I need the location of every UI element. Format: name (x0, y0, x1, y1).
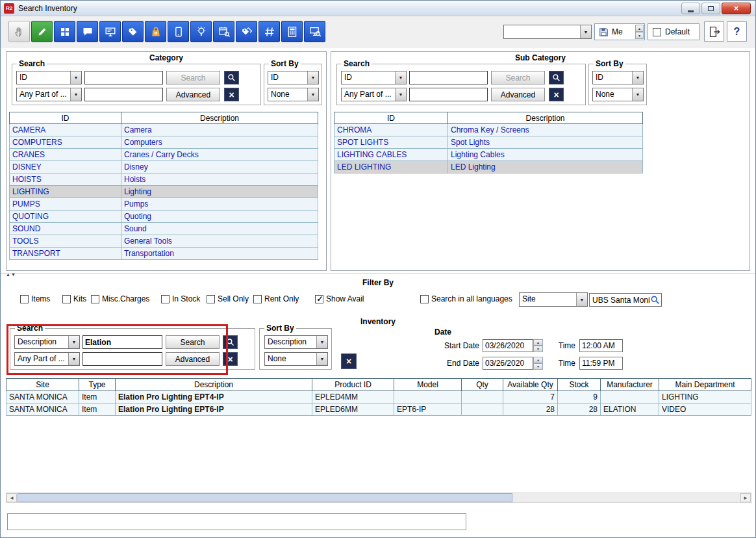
column-header[interactable]: Stock (558, 379, 601, 391)
status-input[interactable] (7, 513, 466, 530)
category-sort-secondary[interactable]: None▼ (268, 88, 319, 101)
subcategory-match-input[interactable] (409, 88, 488, 101)
checkbox-icon[interactable] (207, 295, 215, 303)
category-advanced-button[interactable]: Advanced (166, 88, 220, 101)
subcategory-search-input[interactable] (409, 71, 488, 84)
inventory-clear-button[interactable]: × (223, 352, 238, 366)
spinner-down-icon[interactable]: ▼ (533, 363, 543, 370)
sales-tags-button[interactable] (236, 21, 257, 42)
table-row-selected[interactable]: LED LIGHTINGLED Lighting (334, 161, 643, 173)
checkbox-icon[interactable] (62, 295, 71, 303)
inventory-reset-button[interactable]: × (341, 353, 357, 369)
checkbox-icon[interactable] (20, 295, 29, 303)
filter-checkbox-show-avail[interactable]: Show Avail (315, 294, 364, 303)
filter-checkbox-kits[interactable]: Kits (62, 294, 86, 303)
column-header[interactable]: ID (334, 112, 448, 124)
checkbox-icon[interactable] (91, 295, 99, 303)
column-header[interactable]: Manufacturer (601, 379, 659, 391)
splitter-arrows-icon[interactable]: ▲▼ (6, 272, 16, 277)
spinner-down-icon[interactable]: ▼ (533, 346, 543, 352)
pencil-button[interactable] (31, 21, 53, 42)
inventory-match-input[interactable] (82, 352, 162, 366)
category-search-input[interactable] (84, 71, 163, 84)
checkbox-icon[interactable] (315, 295, 323, 303)
minimize-button[interactable] (681, 3, 700, 14)
site-value-field[interactable]: UBS Santa Moni (589, 293, 662, 307)
column-header[interactable]: Main Department (659, 379, 751, 391)
start-time-field[interactable] (579, 339, 623, 352)
preset-spinner[interactable]: ▲▼ (635, 25, 644, 39)
horizontal-scrollbar[interactable]: ◄ ► (6, 493, 751, 503)
subcategory-magnifier-button[interactable] (549, 71, 564, 84)
subcategory-sort-primary[interactable]: ID▼ (592, 71, 644, 84)
filter-checkbox-misc-charges[interactable]: Misc.Charges (91, 294, 149, 303)
table-row[interactable]: COMPUTERSComputers (10, 136, 318, 149)
help-button[interactable]: ? (727, 21, 747, 42)
category-field-selector[interactable]: ID▼ (16, 71, 82, 84)
category-match-input[interactable] (84, 88, 163, 101)
spinner-up-icon[interactable]: ▲ (533, 339, 543, 346)
inventory-match-selector[interactable]: Any Part of ...▼ (14, 352, 80, 366)
table-row[interactable]: TRANSPORTTransportation (10, 248, 318, 260)
checkbox-icon[interactable] (420, 295, 429, 303)
table-row[interactable]: TOOLSGeneral Tools (10, 235, 318, 248)
filter-checkbox-rent-only[interactable]: Rent Only (253, 294, 299, 303)
column-header[interactable]: Site (6, 379, 79, 391)
category-match-selector[interactable]: Any Part of ...▼ (16, 88, 82, 101)
shopping-bag-button[interactable] (145, 21, 166, 42)
subcategory-advanced-button[interactable]: Advanced (491, 88, 545, 101)
inventory-magnifier-button[interactable] (223, 335, 238, 349)
table-row[interactable]: DISNEYDisney (10, 161, 318, 173)
category-sort-primary[interactable]: ID▼ (268, 71, 319, 84)
start-date-field[interactable] (483, 339, 533, 352)
tablet-button[interactable] (168, 21, 189, 42)
column-header[interactable]: Product ID (312, 379, 394, 391)
lightbulb-button[interactable] (190, 21, 212, 42)
checkbox-icon[interactable] (253, 295, 262, 303)
end-date-field[interactable] (483, 357, 533, 370)
monitor-search-button[interactable] (304, 21, 325, 42)
site-scope-selector[interactable]: Site▼ (519, 292, 588, 307)
grid-button[interactable] (54, 21, 75, 42)
inventory-search-button[interactable]: Search (166, 335, 220, 349)
table-row[interactable]: CRANESCranes / Carry Decks (10, 149, 318, 161)
checkbox-icon[interactable] (653, 28, 661, 36)
subcategory-search-button[interactable]: Search (491, 71, 545, 84)
titlebar[interactable]: R2 Search Inventory × (1, 1, 755, 16)
column-header[interactable]: Available Qty (503, 379, 558, 391)
end-time-field[interactable] (579, 357, 623, 370)
filter-checkbox-search-all-languages[interactable]: Search in all languages (420, 294, 512, 303)
table-row[interactable]: SANTA MONICA Item Elation Pro Lighting E… (6, 404, 751, 416)
end-date-spinner[interactable]: ▲▼ (533, 357, 543, 370)
hash-button[interactable] (258, 21, 280, 42)
column-header[interactable]: ID (10, 112, 121, 124)
chat-button[interactable] (77, 21, 98, 42)
inventory-sort-secondary[interactable]: None▼ (264, 352, 328, 366)
filter-checkbox-sell-only[interactable]: Sell Only (207, 294, 249, 303)
site-search-icon[interactable] (650, 295, 660, 305)
inventory-search-input[interactable] (82, 335, 162, 349)
subcategory-field-selector[interactable]: ID▼ (341, 71, 407, 84)
table-row[interactable]: QUOTINGQuoting (10, 211, 318, 223)
spinner-up-icon[interactable]: ▲ (635, 25, 644, 32)
inventory-advanced-button[interactable]: Advanced (166, 352, 220, 366)
column-header[interactable]: Qty (462, 379, 503, 391)
filter-checkbox-items[interactable]: Items (20, 294, 50, 303)
close-button[interactable]: × (722, 3, 751, 14)
category-search-button[interactable]: Search (166, 71, 220, 84)
start-date-spinner[interactable]: ▲▼ (533, 339, 543, 352)
table-row[interactable]: SOUNDSound (10, 223, 318, 235)
splitter[interactable]: ▲▼ (1, 273, 755, 278)
subcategory-clear-button[interactable]: × (549, 88, 564, 101)
preset-selector[interactable]: ▼ (503, 25, 592, 39)
table-row[interactable]: LIGHTING CABLESLighting Cables (334, 149, 643, 161)
calendar-search-button[interactable] (213, 21, 234, 42)
checkbox-icon[interactable] (161, 295, 170, 303)
price-tags-button[interactable] (122, 21, 144, 42)
table-row[interactable]: CHROMAChroma Key / Screens (334, 124, 643, 136)
column-header[interactable]: Description (121, 112, 318, 124)
table-row[interactable]: PUMPSPumps (10, 198, 318, 211)
inventory-sort-primary[interactable]: Description▼ (264, 335, 328, 349)
table-row-selected[interactable]: LIGHTINGLighting (10, 186, 318, 198)
maximize-button[interactable] (701, 3, 720, 14)
